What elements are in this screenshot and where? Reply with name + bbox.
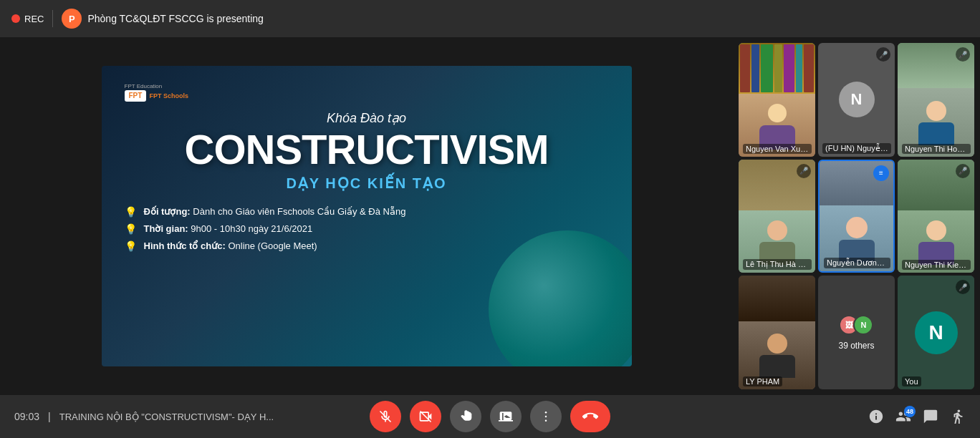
- participant-tile-nguyen-thi-hoai[interactable]: 🎤 Nguyen Thi Hoai ...: [898, 43, 974, 157]
- svg-point-3: [545, 416, 547, 418]
- slide-info-3-content: Hình thức tổ chức: Online (Google Meet): [144, 240, 317, 251]
- participants-grid: Nguyen Van Xua... N 🎤 (FU HN) Nguyễn T..…: [733, 37, 980, 395]
- info-button[interactable]: [868, 409, 884, 424]
- slide-logo-area: FPT Education FPT FPT Schools: [125, 83, 609, 102]
- bulb-icon-2: 💡: [125, 223, 137, 235]
- slide-info-1: 💡 Đối tượng: Dành cho Giáo viên Fschools…: [125, 206, 609, 218]
- top-bar: REC P Phòng TC&QLĐT FSCCG is presenting: [0, 0, 980, 37]
- present-button[interactable]: [490, 401, 522, 432]
- participant-name-3: Nguyen Thi Hoai ...: [902, 144, 971, 154]
- bottom-bar: 09:03 | TRAINING NỘI BỘ "CONSTRUCTIVISM"…: [0, 395, 980, 438]
- others-avatars: 🖼 N: [839, 315, 873, 335]
- participant-name-2: (FU HN) Nguyễn T...: [822, 143, 891, 154]
- activities-button[interactable]: [950, 409, 966, 424]
- slide-info-3-value: Online (Google Meet): [228, 240, 317, 251]
- participant-tile-ly-pham[interactable]: LY PHAM: [739, 276, 815, 389]
- participant-name-4: Lê Thị Thu Hà Ma...: [743, 259, 812, 270]
- slide-info-2-label: Thời gian:: [144, 223, 188, 234]
- slide-title-small: Khóa Đào tạo: [125, 110, 609, 126]
- slide-title-big: CONSTRUCTIVISM: [125, 129, 609, 170]
- svg-point-2: [545, 412, 547, 414]
- more-options-button[interactable]: [530, 401, 562, 432]
- slide-subtitle: DẠY HỌC KIẾN TẠO: [125, 175, 609, 192]
- bulb-icon-3: 💡: [125, 240, 137, 252]
- slide-info-2-value: 9h00 - 10h30 ngày 21/6/2021: [191, 223, 312, 234]
- rec-dot: [11, 14, 20, 23]
- meeting-title: TRAINING NỘI BỘ "CONSTRUCTIVISM"- DẠY H.…: [59, 412, 274, 422]
- people-badge: 48: [904, 406, 916, 417]
- svg-point-4: [545, 420, 547, 422]
- mute-button[interactable]: [370, 401, 401, 432]
- avatar-fu-hn: N: [839, 82, 875, 117]
- main-area: FPT Education FPT FPT Schools Khóa Đào t…: [0, 37, 980, 395]
- bulb-icon-1: 💡: [125, 206, 137, 218]
- participant-tile-nguyen-thi-kieu[interactable]: 🎤 Nguyen Thi Kieu ...: [898, 160, 974, 273]
- avatar-you: N: [915, 311, 958, 354]
- slide-info-1-label: Đối tượng:: [144, 206, 191, 217]
- others-content: 🖼 N 39 others: [838, 315, 874, 351]
- fpt-schools-text: FPT Schools: [149, 92, 188, 99]
- participant-tile-nguyen-duong[interactable]: ≡ Nguyễn Dương ...: [818, 160, 895, 273]
- speaking-icon-5: ≡: [873, 165, 889, 181]
- participant-name-you: You: [902, 376, 921, 386]
- participant-name-6: Nguyen Thi Kieu ...: [902, 260, 971, 270]
- chat-button[interactable]: [923, 409, 938, 424]
- participant-tile-nguyen-van-xua[interactable]: Nguyen Van Xua...: [739, 43, 815, 157]
- rec-badge: REC: [11, 14, 44, 24]
- participant-name-5: Nguyễn Dương ...: [824, 258, 890, 268]
- participant-name-1: Nguyen Van Xua...: [743, 144, 812, 154]
- participant-name-7: LY PHAM: [743, 376, 782, 386]
- fpt-edu-text: FPT Education: [125, 83, 163, 89]
- mute-icon-6: 🎤: [956, 164, 970, 178]
- raise-hand-button[interactable]: [450, 401, 481, 432]
- slide-info-3-label: Hình thức tổ chức:: [144, 240, 226, 251]
- separator: |: [48, 411, 51, 422]
- slide-area: FPT Education FPT FPT Schools Khóa Đào t…: [0, 37, 733, 395]
- end-call-button[interactable]: [570, 401, 610, 432]
- fpt-box: FPT: [125, 90, 147, 102]
- others-count-label: 39 others: [838, 341, 874, 351]
- bottom-right-controls: 48: [868, 409, 966, 424]
- rec-label: REC: [24, 14, 44, 24]
- presenter-text: Phòng TC&QLĐT FSCCG is presenting: [87, 13, 263, 24]
- slide-info-2-content: Thời gian: 9h00 - 10h30 ngày 21/6/2021: [144, 223, 313, 234]
- video-button[interactable]: [410, 401, 441, 432]
- mini-avatar-2: N: [853, 315, 873, 335]
- people-button[interactable]: 48: [895, 409, 911, 424]
- participant-tile-fu-hn[interactable]: N 🎤 (FU HN) Nguyễn T...: [818, 43, 895, 157]
- fpt-logo: FPT Education FPT FPT Schools: [125, 83, 188, 102]
- slide-info-2: 💡 Thời gian: 9h00 - 10h30 ngày 21/6/2021: [125, 223, 609, 235]
- mute-icon-3: 🎤: [956, 47, 970, 62]
- slide-info-1-content: Đối tượng: Dành cho Giáo viên Fschools C…: [144, 206, 406, 217]
- divider: [52, 10, 53, 27]
- participant-tile-39-others[interactable]: 🖼 N 39 others: [818, 276, 895, 389]
- slide-container: FPT Education FPT FPT Schools Khóa Đào t…: [102, 66, 632, 366]
- participant-tile-you[interactable]: N 🎤 You: [898, 276, 974, 389]
- meeting-time: 09:03: [14, 411, 39, 422]
- participant-tile-le-thi-thu[interactable]: 🎤 Lê Thị Thu Hà Ma...: [739, 160, 815, 273]
- mute-icon-4: 🎤: [797, 164, 811, 178]
- mute-icon-2: 🎤: [876, 47, 890, 62]
- bottom-controls: [370, 401, 610, 432]
- slide-info-1-value: Dành cho Giáo viên Fschools Cầu Giấy & Đ…: [193, 206, 405, 217]
- presenter-avatar: P: [62, 9, 82, 29]
- presenter-info: P Phòng TC&QLĐT FSCCG is presenting: [62, 9, 263, 29]
